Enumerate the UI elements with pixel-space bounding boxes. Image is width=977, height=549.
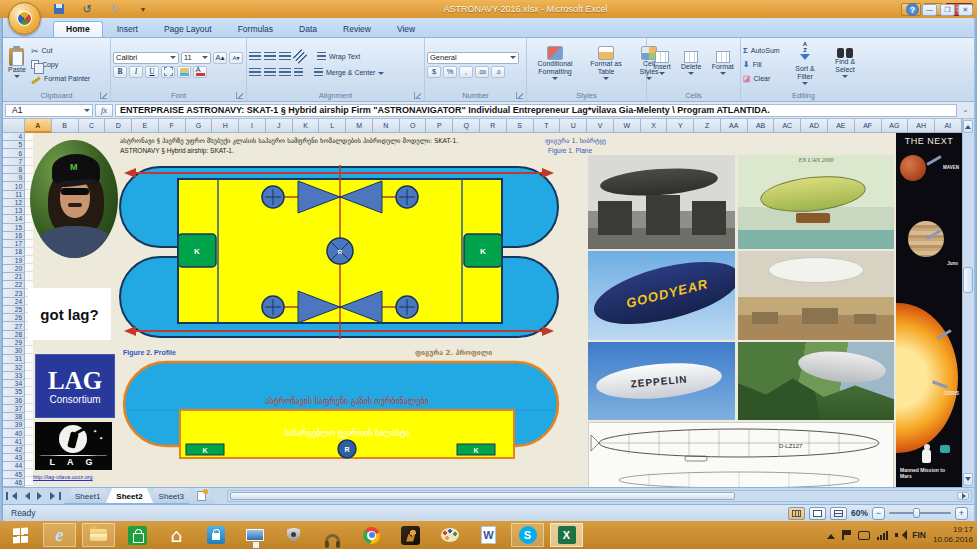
photo-postcard-airship[interactable]: EN L'AN 2000 (738, 155, 894, 249)
zoom-level[interactable]: 60% (851, 508, 868, 518)
column-header-V[interactable]: V (587, 119, 614, 133)
align-center-icon[interactable] (264, 68, 276, 77)
formula-bar-expand-button[interactable]: ⌄ (959, 104, 972, 117)
security-app-icon[interactable] (277, 523, 310, 547)
shop-app-icon[interactable] (199, 523, 232, 547)
sheet-tab-sheet1[interactable]: Sheet1 (64, 488, 111, 504)
help-button[interactable]: ? (906, 3, 919, 16)
next-sheet-button[interactable] (34, 490, 47, 503)
space-missions-poster[interactable]: THE NEXT MAVEN Juno OSIRIS Manned Missio… (896, 133, 962, 487)
home-app-icon[interactable] (160, 523, 193, 547)
column-header-E[interactable]: E (132, 119, 159, 133)
figure2-profile-diagram[interactable]: ასტრონავის საფრენი გაზის თურბინალები სას… (120, 360, 563, 463)
column-header-K[interactable]: K (293, 119, 320, 133)
column-header-AA[interactable]: AA (721, 119, 748, 133)
increase-decimal-button[interactable]: .00 (475, 66, 489, 78)
column-header-AG[interactable]: AG (882, 119, 909, 133)
column-header-AI[interactable]: AI (935, 119, 962, 133)
number-format-select[interactable]: General (427, 52, 519, 64)
horizontal-scroll-thumb[interactable] (230, 492, 735, 500)
ribbon-tab-formulas[interactable]: Formulas (226, 22, 285, 37)
start-button[interactable] (4, 523, 37, 547)
column-header-H[interactable]: H (212, 119, 239, 133)
got-lag-box[interactable]: got lag? (28, 288, 111, 340)
word-icon[interactable] (472, 523, 505, 547)
column-header-T[interactable]: T (534, 119, 561, 133)
undo-button[interactable] (80, 3, 94, 15)
row-header-36[interactable]: 36 (3, 397, 25, 405)
row-header-5[interactable]: 5 (3, 141, 25, 149)
photo-hybrid-airship-mountains[interactable] (738, 342, 894, 420)
row-header-4[interactable]: 4 (3, 133, 25, 141)
windows-store-icon[interactable] (121, 523, 154, 547)
paint-icon[interactable] (433, 523, 466, 547)
font-name-select[interactable]: Calibri (113, 52, 179, 64)
row-header-33[interactable]: 33 (3, 372, 25, 380)
scroll-up-button[interactable] (963, 120, 973, 133)
office-button[interactable] (8, 2, 41, 35)
font-dialog-launcher[interactable] (236, 92, 243, 99)
file-explorer-icon[interactable] (82, 523, 115, 547)
number-dialog-launcher[interactable] (516, 92, 523, 99)
insert-worksheet-button[interactable] (189, 488, 215, 504)
row-header-20[interactable]: 20 (3, 265, 25, 273)
row-header-46[interactable]: 46 (3, 479, 25, 487)
select-all-corner[interactable] (3, 119, 25, 133)
bold-button[interactable]: B (113, 66, 127, 78)
column-header-AE[interactable]: AE (828, 119, 855, 133)
row-header-23[interactable]: 23 (3, 289, 25, 297)
ribbon-tab-review[interactable]: Review (331, 22, 383, 37)
format-as-table-button[interactable]: Format as Table (583, 40, 629, 89)
row-header-15[interactable]: 15 (3, 224, 25, 232)
row-header-24[interactable]: 24 (3, 298, 25, 306)
normal-view-button[interactable] (788, 507, 805, 520)
column-header-Y[interactable]: Y (667, 119, 694, 133)
row-header-6[interactable]: 6 (3, 149, 25, 157)
lag-consortium-logo[interactable]: LAG Consortium (35, 354, 115, 418)
column-header-P[interactable]: P (426, 119, 453, 133)
figure1-plan-diagram[interactable]: R K K (118, 161, 560, 343)
page-break-view-button[interactable] (830, 507, 847, 520)
row-header-17[interactable]: 17 (3, 240, 25, 248)
workbook-restore-button[interactable]: ❐ (940, 4, 955, 16)
font-size-select[interactable]: 11 (181, 52, 211, 64)
align-middle-icon[interactable] (264, 52, 276, 61)
row-header-38[interactable]: 38 (3, 413, 25, 421)
portrait-photo[interactable]: M (30, 140, 118, 258)
vertical-scroll-thumb[interactable] (963, 267, 973, 293)
photo-goodyear-blimp[interactable]: GOODYEAR (588, 251, 735, 340)
skype-icon[interactable] (511, 523, 544, 547)
row-header-19[interactable]: 19 (3, 257, 25, 265)
row-header-7[interactable]: 7 (3, 158, 25, 166)
last-sheet-button[interactable] (48, 490, 61, 503)
column-header-N[interactable]: N (373, 119, 400, 133)
row-header-8[interactable]: 8 (3, 166, 25, 174)
workbook-close-button[interactable]: ✕ (958, 4, 973, 16)
row-header-18[interactable]: 18 (3, 248, 25, 256)
vertical-scrollbar[interactable] (962, 119, 974, 487)
column-header-AF[interactable]: AF (855, 119, 882, 133)
volume-icon[interactable] (895, 530, 905, 540)
find-select-button[interactable]: Find & Select (826, 40, 864, 89)
row-header-43[interactable]: 43 (3, 454, 25, 462)
row-header-41[interactable]: 41 (3, 438, 25, 446)
excel-icon[interactable] (550, 523, 583, 547)
sort-filter-button[interactable]: AZ Sort & Filter (786, 40, 824, 89)
accounting-format-button[interactable]: $ (427, 66, 441, 78)
photo-zeppelin-historic[interactable] (588, 155, 735, 249)
column-header-J[interactable]: J (266, 119, 293, 133)
scroll-right-button[interactable] (957, 492, 969, 500)
column-header-U[interactable]: U (560, 119, 587, 133)
italic-button[interactable]: I (129, 66, 143, 78)
ribbon-tab-page-layout[interactable]: Page Layout (152, 22, 224, 37)
align-top-icon[interactable] (249, 52, 261, 61)
column-header-M[interactable]: M (346, 119, 373, 133)
grow-font-button[interactable]: A▴ (213, 52, 227, 64)
fill-button[interactable]: ⬇Fill (743, 58, 784, 71)
percent-style-button[interactable]: % (443, 66, 457, 78)
column-header-A[interactable]: A (25, 119, 52, 133)
align-right-icon[interactable] (279, 68, 291, 77)
touch-keyboard-icon[interactable] (858, 531, 870, 540)
clock[interactable]: 19:17 10.06.2016 (933, 525, 973, 545)
column-header-Z[interactable]: Z (694, 119, 721, 133)
